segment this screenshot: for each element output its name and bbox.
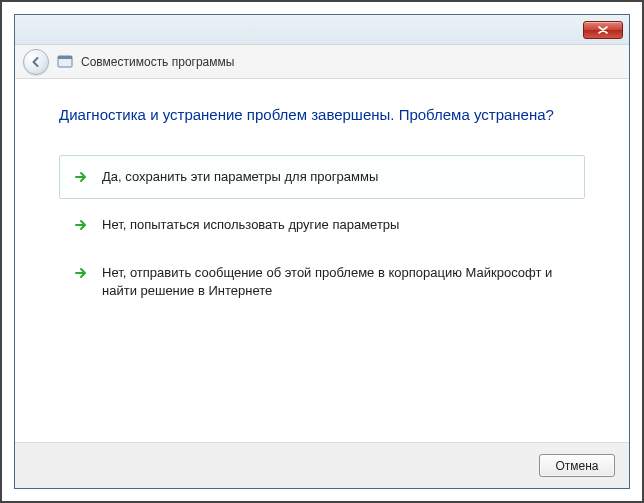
- footer-bar: Отмена: [15, 442, 629, 488]
- window-title: Совместимость программы: [81, 55, 234, 69]
- arrow-right-icon: [74, 170, 88, 184]
- cancel-button[interactable]: Отмена: [539, 454, 615, 477]
- titlebar: [15, 15, 629, 45]
- back-arrow-icon: [29, 55, 43, 69]
- option-label: Нет, отправить сообщение об этой проблем…: [102, 264, 570, 300]
- back-button[interactable]: [23, 49, 49, 75]
- option-no-try-other[interactable]: Нет, попытаться использовать другие пара…: [59, 203, 585, 247]
- close-icon: [598, 26, 608, 34]
- option-label: Да, сохранить эти параметры для программ…: [102, 168, 378, 186]
- option-yes-save[interactable]: Да, сохранить эти параметры для программ…: [59, 155, 585, 199]
- close-button[interactable]: [583, 21, 623, 39]
- arrow-right-icon: [74, 266, 88, 280]
- app-icon: [57, 54, 73, 70]
- content-area: Диагностика и устранение проблем заверше…: [15, 79, 629, 442]
- option-label: Нет, попытаться использовать другие пара…: [102, 216, 399, 234]
- arrow-right-icon: [74, 218, 88, 232]
- header-bar: Совместимость программы: [15, 45, 629, 79]
- option-no-report-microsoft[interactable]: Нет, отправить сообщение об этой проблем…: [59, 251, 585, 313]
- wizard-window: Совместимость программы Диагностика и ус…: [14, 14, 630, 489]
- svg-rect-1: [58, 56, 72, 59]
- page-heading: Диагностика и устранение проблем заверше…: [59, 105, 585, 125]
